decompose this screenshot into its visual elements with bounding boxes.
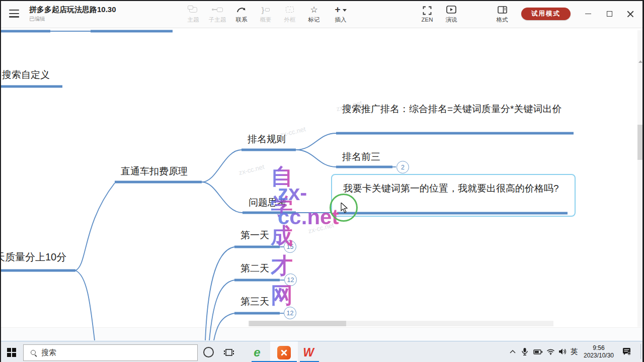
zen-button[interactable]: ZEN: [415, 4, 440, 25]
format-panel-icon: [498, 5, 507, 15]
microphone-icon[interactable]: [519, 341, 530, 362]
marker-button[interactable]: ☆ 标记: [301, 4, 327, 25]
node-selected-question[interactable]: 我要卡关键词第一的位置，我就要出很高的价格吗?: [343, 181, 571, 196]
summary-icon: }: [262, 5, 270, 15]
node-question-thinking[interactable]: 问题思考: [249, 196, 287, 209]
node-quality-score[interactable]: 天质量分上10分: [0, 250, 71, 265]
relation-button[interactable]: 联系: [229, 4, 254, 25]
collapse-badge[interactable]: 12: [284, 274, 297, 286]
wps-icon[interactable]: W: [301, 345, 316, 359]
title-bar: 拼多多起店玩法思路10.30 已编辑 主题 子主题 联系 } 概要 - 外框 ☆…: [0, 0, 644, 28]
ime-indicator[interactable]: 英: [569, 341, 580, 362]
taskbar: 搜索 e W 英 9:56 2023/10/30: [0, 341, 644, 362]
node-rank-top3[interactable]: 排名前三: [342, 150, 380, 163]
boundary-button[interactable]: - 外框: [277, 4, 302, 25]
window-footer: [0, 327, 644, 341]
windows-start-icon[interactable]: [7, 348, 16, 357]
screen-edge: [0, 0, 644, 1]
tray-chevron-up-icon[interactable]: [507, 341, 518, 362]
node-rank-formula[interactable]: 搜索推广排名：综合排名=关键词质量分*关键词出价: [342, 102, 575, 116]
relation-icon: [236, 5, 247, 15]
minimize-icon[interactable]: [578, 0, 599, 28]
topic-icon: [189, 5, 197, 15]
node-day2[interactable]: 第二天: [240, 262, 269, 275]
internet-explorer-icon[interactable]: e: [250, 345, 265, 359]
clock[interactable]: 9:56 2023/10/30: [580, 341, 618, 362]
present-button[interactable]: 演说: [439, 4, 464, 25]
node-day1[interactable]: 第一天: [240, 229, 269, 242]
marker-star-icon: ☆: [310, 5, 317, 15]
window-controls: [578, 0, 641, 28]
show-desktop-divider[interactable]: [640, 344, 641, 359]
cortana-icon[interactable]: [203, 347, 214, 357]
tray-time: 9:56: [584, 344, 614, 352]
document-status: 已编辑: [29, 16, 45, 23]
search-placeholder: 搜索: [41, 348, 56, 357]
node-cpc-principle[interactable]: 直通车扣费原理: [121, 165, 188, 178]
node-search-custom[interactable]: 多搜索自定义: [0, 68, 65, 82]
notification-icon[interactable]: [620, 341, 634, 362]
scroll-up-arrow-icon[interactable]: [638, 60, 642, 63]
insert-button[interactable]: + 插入: [326, 4, 355, 25]
wifi-icon[interactable]: [544, 341, 556, 362]
document-title: 拼多多起店玩法思路10.30: [29, 5, 116, 15]
collapse-badge[interactable]: 15: [284, 240, 296, 253]
battery-icon[interactable]: [531, 341, 544, 362]
topic-button[interactable]: 主题: [181, 4, 206, 25]
node-rank-rule[interactable]: 排名规则: [248, 133, 286, 146]
play-icon: [446, 5, 456, 15]
xmind-icon[interactable]: [276, 345, 291, 359]
close-icon[interactable]: [620, 0, 641, 28]
speaker-icon[interactable]: [556, 341, 569, 362]
task-view-icon[interactable]: [221, 345, 236, 359]
chevron-down-icon: [343, 9, 347, 12]
search-icon: [31, 350, 36, 355]
trial-mode-button[interactable]: 试用模式: [521, 8, 571, 20]
collapse-badge[interactable]: 12: [284, 307, 296, 319]
format-button[interactable]: 格式: [490, 4, 515, 25]
subtopic-icon: [212, 5, 223, 15]
taskbar-search-input[interactable]: 搜索: [23, 344, 198, 361]
maximize-icon[interactable]: [599, 0, 620, 28]
horizontal-scrollbar-thumb[interactable]: [249, 321, 346, 326]
boundary-icon: -: [286, 5, 294, 15]
screen-edge: [0, 0, 1, 362]
collapse-badge[interactable]: 2: [396, 161, 409, 173]
node-day3[interactable]: 第三天: [240, 295, 269, 308]
subtopic-button[interactable]: 子主题: [205, 4, 230, 25]
zen-icon: [423, 6, 432, 15]
menu-icon[interactable]: [9, 10, 19, 18]
insert-plus-icon: +: [335, 5, 346, 15]
tray-date: 2023/10/30: [584, 352, 614, 359]
summary-button[interactable]: } 概要: [253, 4, 278, 25]
